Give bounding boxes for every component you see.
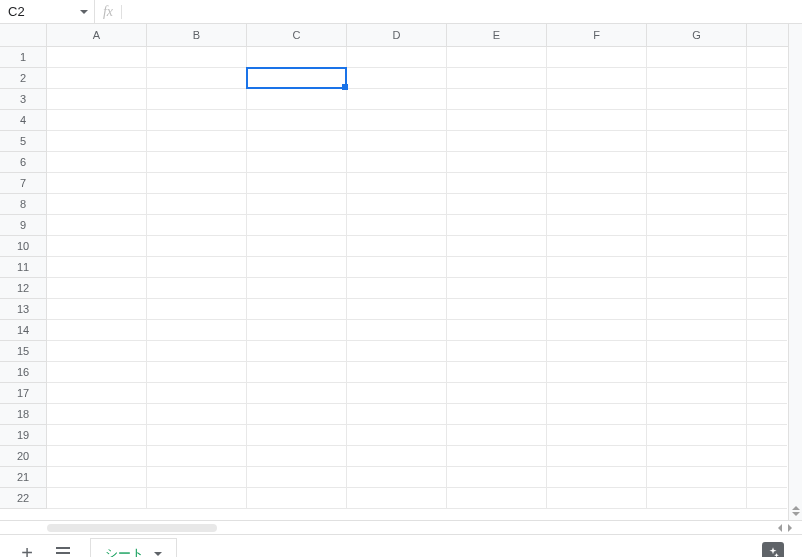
cell[interactable] <box>247 467 347 488</box>
cell[interactable] <box>347 110 447 131</box>
row-header[interactable]: 5 <box>0 131 47 152</box>
cell[interactable] <box>147 89 247 110</box>
cell[interactable] <box>47 383 147 404</box>
cell[interactable] <box>347 68 447 89</box>
cell[interactable] <box>47 278 147 299</box>
column-header[interactable]: E <box>447 24 547 46</box>
cell[interactable] <box>47 131 147 152</box>
cell[interactable] <box>247 215 347 236</box>
cell[interactable] <box>747 383 787 404</box>
cell[interactable] <box>47 425 147 446</box>
cell[interactable] <box>547 278 647 299</box>
cell[interactable] <box>747 131 787 152</box>
cell[interactable] <box>347 446 447 467</box>
explore-button[interactable] <box>762 542 784 557</box>
cell[interactable] <box>147 131 247 152</box>
cell[interactable] <box>747 68 787 89</box>
row-header[interactable]: 7 <box>0 173 47 194</box>
chevron-down-icon[interactable] <box>154 552 162 556</box>
cell[interactable] <box>747 467 787 488</box>
cell[interactable] <box>147 278 247 299</box>
row-header[interactable]: 12 <box>0 278 47 299</box>
cell[interactable] <box>147 467 247 488</box>
cell[interactable] <box>647 341 747 362</box>
cell[interactable] <box>547 362 647 383</box>
cell[interactable] <box>147 341 247 362</box>
cell[interactable] <box>147 68 247 89</box>
vertical-scrollbar[interactable] <box>788 24 802 520</box>
row-header[interactable]: 22 <box>0 488 47 509</box>
cell[interactable] <box>47 110 147 131</box>
cell[interactable] <box>47 236 147 257</box>
column-header[interactable]: D <box>347 24 447 46</box>
cell[interactable] <box>247 257 347 278</box>
cell[interactable] <box>47 404 147 425</box>
horizontal-scrollbar-thumb[interactable] <box>47 524 217 532</box>
cell[interactable] <box>147 320 247 341</box>
row-header[interactable]: 1 <box>0 47 47 68</box>
cell[interactable] <box>447 194 547 215</box>
cell[interactable] <box>647 152 747 173</box>
cell[interactable] <box>747 47 787 68</box>
cell[interactable] <box>547 425 647 446</box>
cell[interactable] <box>447 152 547 173</box>
cell[interactable] <box>747 89 787 110</box>
row-header[interactable]: 8 <box>0 194 47 215</box>
cell[interactable] <box>347 467 447 488</box>
cell[interactable] <box>747 425 787 446</box>
column-header[interactable]: B <box>147 24 247 46</box>
cell[interactable] <box>47 446 147 467</box>
cell[interactable] <box>747 173 787 194</box>
cell[interactable] <box>647 236 747 257</box>
cell[interactable] <box>47 257 147 278</box>
cell[interactable] <box>147 152 247 173</box>
cell[interactable] <box>647 47 747 68</box>
cell[interactable] <box>247 320 347 341</box>
cell[interactable] <box>147 110 247 131</box>
cell[interactable] <box>47 152 147 173</box>
cell[interactable] <box>747 488 787 509</box>
scroll-down-icon[interactable] <box>792 512 800 516</box>
row-header[interactable]: 9 <box>0 215 47 236</box>
cell[interactable] <box>47 488 147 509</box>
sheet-tab[interactable]: シート <box>90 538 177 557</box>
name-box[interactable]: C2 <box>0 0 94 23</box>
cell[interactable] <box>347 236 447 257</box>
cell[interactable] <box>447 257 547 278</box>
cell[interactable] <box>547 383 647 404</box>
cell[interactable] <box>247 383 347 404</box>
cell[interactable] <box>147 194 247 215</box>
cell[interactable] <box>647 173 747 194</box>
cell[interactable] <box>347 425 447 446</box>
cell[interactable] <box>647 362 747 383</box>
cell[interactable] <box>347 131 447 152</box>
row-header[interactable]: 16 <box>0 362 47 383</box>
cell[interactable] <box>347 89 447 110</box>
cell[interactable] <box>547 68 647 89</box>
cell[interactable] <box>147 215 247 236</box>
row-header[interactable]: 18 <box>0 404 47 425</box>
cell[interactable] <box>447 467 547 488</box>
cell[interactable] <box>747 320 787 341</box>
cell[interactable] <box>447 341 547 362</box>
cell[interactable] <box>647 278 747 299</box>
cell[interactable] <box>247 68 347 89</box>
cell[interactable] <box>447 131 547 152</box>
cell[interactable] <box>547 341 647 362</box>
cell[interactable] <box>347 173 447 194</box>
cell[interactable] <box>47 467 147 488</box>
cell[interactable] <box>347 299 447 320</box>
cell[interactable] <box>547 446 647 467</box>
cell[interactable] <box>647 131 747 152</box>
row-header[interactable]: 3 <box>0 89 47 110</box>
cell[interactable] <box>747 152 787 173</box>
formula-input[interactable] <box>122 0 802 23</box>
cell[interactable] <box>247 89 347 110</box>
cell[interactable] <box>647 467 747 488</box>
select-all-corner[interactable] <box>0 24 47 46</box>
row-header[interactable]: 14 <box>0 320 47 341</box>
cell[interactable] <box>547 89 647 110</box>
row-header[interactable]: 2 <box>0 68 47 89</box>
add-sheet-button[interactable] <box>18 544 36 557</box>
cell[interactable] <box>347 341 447 362</box>
